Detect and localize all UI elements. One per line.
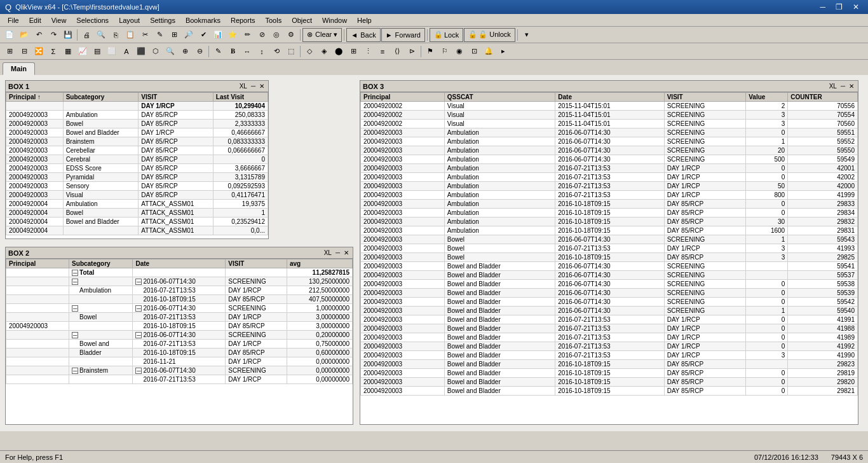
tb-btn5[interactable]: ✎ bbox=[153, 28, 166, 42]
tb2-7[interactable]: ▤ bbox=[90, 45, 104, 59]
box3-col-qsscat: QSSCAT bbox=[444, 93, 555, 102]
table-row: 20004920003Ambulation2016-07-21T13:53DAY… bbox=[361, 191, 858, 200]
table-row: 20004920003Bowel and Bladder2016-07-21T1… bbox=[361, 342, 858, 351]
print-preview[interactable]: 🔍 bbox=[94, 28, 108, 42]
table-row: 20004920003Ambulation2016-10-18T09:15DAY… bbox=[361, 200, 858, 209]
tb2-25[interactable]: ⋮ bbox=[361, 45, 375, 59]
sep4 bbox=[427, 29, 428, 41]
table-row: 20004920003Ambulation2016-10-18T09:15DAY… bbox=[361, 218, 858, 226]
tb-btn12[interactable]: ⊘ bbox=[255, 28, 269, 42]
menu-edit[interactable]: Edit bbox=[24, 15, 46, 25]
table-row: ──2016-06-07T14:30SCREENING130,25000000 bbox=[6, 277, 353, 286]
close-button[interactable]: ✕ bbox=[849, 3, 863, 11]
tb2-18[interactable]: ↕ bbox=[255, 45, 269, 59]
box1-col-visit: VISIT bbox=[139, 93, 214, 102]
tb2-2[interactable]: ⊟ bbox=[17, 45, 31, 59]
box3-minimize[interactable]: ─ bbox=[839, 83, 846, 90]
tb2-31[interactable]: ◉ bbox=[452, 45, 466, 59]
menu-view[interactable]: View bbox=[46, 15, 72, 25]
tb2-19[interactable]: ⟲ bbox=[269, 45, 283, 59]
tb-btn10[interactable]: ⭐ bbox=[226, 28, 240, 42]
tb2-28[interactable]: ⊳ bbox=[405, 45, 419, 59]
box1-minimize[interactable]: ─ bbox=[250, 83, 257, 90]
restore-button[interactable]: ❐ bbox=[832, 3, 846, 11]
box1-col-sub: Subcategory bbox=[63, 93, 139, 102]
tb-btn8[interactable]: ✔ bbox=[196, 28, 210, 42]
tb2-21[interactable]: ◇ bbox=[302, 45, 316, 59]
menu-help[interactable]: Help bbox=[352, 15, 377, 25]
menu-settings[interactable]: Settings bbox=[145, 15, 180, 25]
tb2-1[interactable]: ⊞ bbox=[3, 45, 17, 59]
tb2-extra[interactable]: ▸ bbox=[496, 45, 510, 59]
tb-extra[interactable]: ▾ bbox=[520, 28, 534, 42]
tb2-22[interactable]: ◈ bbox=[317, 45, 331, 59]
tb-btn13[interactable]: ◎ bbox=[269, 28, 283, 42]
paste-button[interactable]: 📋 bbox=[123, 28, 137, 42]
print-button[interactable]: 🖨 bbox=[79, 28, 93, 42]
tb2-6[interactable]: 📈 bbox=[76, 45, 90, 59]
copy-button[interactable]: ⎘ bbox=[109, 28, 123, 42]
tb2-33[interactable]: 🔔 bbox=[482, 45, 496, 59]
box3-xl[interactable]: XL bbox=[828, 83, 838, 90]
save-button[interactable]: 💾 bbox=[61, 28, 75, 42]
box2-close[interactable]: ✕ bbox=[342, 249, 350, 256]
tb2-24[interactable]: ⊞ bbox=[346, 45, 360, 59]
tb-btn6[interactable]: ⊞ bbox=[167, 28, 181, 42]
tb2-23[interactable]: ⬤ bbox=[332, 45, 346, 59]
box1-close[interactable]: ✕ bbox=[258, 83, 266, 90]
tb2-12[interactable]: 🔍 bbox=[163, 45, 177, 59]
unlock-button[interactable]: 🔓 🔓 Unlock bbox=[464, 28, 515, 42]
clear-button[interactable]: ⊗ Clear ▾ bbox=[302, 28, 342, 42]
cut-button[interactable]: ✂ bbox=[138, 28, 152, 42]
box3-close[interactable]: ✕ bbox=[848, 83, 855, 90]
tb2-15[interactable]: ✎ bbox=[211, 45, 225, 59]
tb2-13[interactable]: ⊕ bbox=[178, 45, 192, 59]
menu-selections[interactable]: Selections bbox=[71, 15, 114, 25]
tb2-29[interactable]: ⚑ bbox=[423, 45, 437, 59]
tb-btn14[interactable]: ⚙ bbox=[284, 28, 298, 42]
box2-minimize[interactable]: ─ bbox=[334, 249, 341, 256]
menu-layout[interactable]: Layout bbox=[114, 15, 145, 25]
tb2-30[interactable]: ⚐ bbox=[438, 45, 452, 59]
table-row: 20004920003Ambulation2016-07-21T13:53DAY… bbox=[361, 164, 858, 173]
tb2-20[interactable]: ⬚ bbox=[284, 45, 298, 59]
table-row: 20004920003Ambulation2016-10-18T09:15DAY… bbox=[361, 226, 858, 235]
tb2-32[interactable]: ⊡ bbox=[467, 45, 481, 59]
tb-btn7[interactable]: 🔎 bbox=[182, 28, 196, 42]
table-row: ─2016-11-21DAY 1/RCP0,00000000 bbox=[6, 357, 353, 366]
tb2-3[interactable]: 🔀 bbox=[32, 45, 46, 59]
tb2-4[interactable]: Σ bbox=[46, 45, 60, 59]
menu-file[interactable]: File bbox=[3, 15, 24, 25]
tb2-9[interactable]: A bbox=[119, 45, 133, 59]
menu-bookmarks[interactable]: Bookmarks bbox=[180, 15, 226, 25]
box2-header: BOX 2 XL ─ ✕ bbox=[6, 247, 353, 259]
tab-main[interactable]: Main bbox=[3, 62, 35, 75]
tb2-5[interactable]: ▦ bbox=[61, 45, 75, 59]
tb2-14[interactable]: ⊖ bbox=[193, 45, 207, 59]
box2-xl[interactable]: XL bbox=[323, 249, 333, 256]
tb2-11[interactable]: ⬡ bbox=[149, 45, 163, 59]
back-label: Back bbox=[360, 31, 376, 39]
menu-object[interactable]: Object bbox=[287, 15, 317, 25]
undo-button[interactable]: ↶ bbox=[32, 28, 46, 42]
tb2-27[interactable]: ⟨⟩ bbox=[390, 45, 404, 59]
forward-button[interactable]: ► Forward bbox=[381, 28, 425, 42]
tb2-17[interactable]: ↔ bbox=[240, 45, 254, 59]
back-button[interactable]: ◄ Back bbox=[346, 28, 380, 42]
menu-reports[interactable]: Reports bbox=[226, 15, 261, 25]
lock-button[interactable]: 🔒 Lock bbox=[430, 28, 463, 42]
tb-btn9[interactable]: 📊 bbox=[211, 28, 225, 42]
tb-btn11[interactable]: ✏ bbox=[240, 28, 254, 42]
minimize-button[interactable]: ─ bbox=[816, 3, 829, 11]
tb2-10[interactable]: ⬛ bbox=[134, 45, 148, 59]
box1-xl[interactable]: XL bbox=[238, 83, 248, 90]
menu-window[interactable]: Window bbox=[317, 15, 352, 25]
tb2-16[interactable]: 𝐁 bbox=[226, 45, 240, 59]
menu-tools[interactable]: Tools bbox=[260, 15, 287, 25]
open-button[interactable]: 📂 bbox=[17, 28, 31, 42]
table-row: 20004920003VisualDAY 85/RCP0,41176471 bbox=[6, 191, 268, 200]
new-button[interactable]: 📄 bbox=[3, 28, 17, 42]
tb2-8[interactable]: ⬜ bbox=[105, 45, 119, 59]
redo-button[interactable]: ↷ bbox=[46, 28, 60, 42]
tb2-26[interactable]: ≡ bbox=[376, 45, 390, 59]
